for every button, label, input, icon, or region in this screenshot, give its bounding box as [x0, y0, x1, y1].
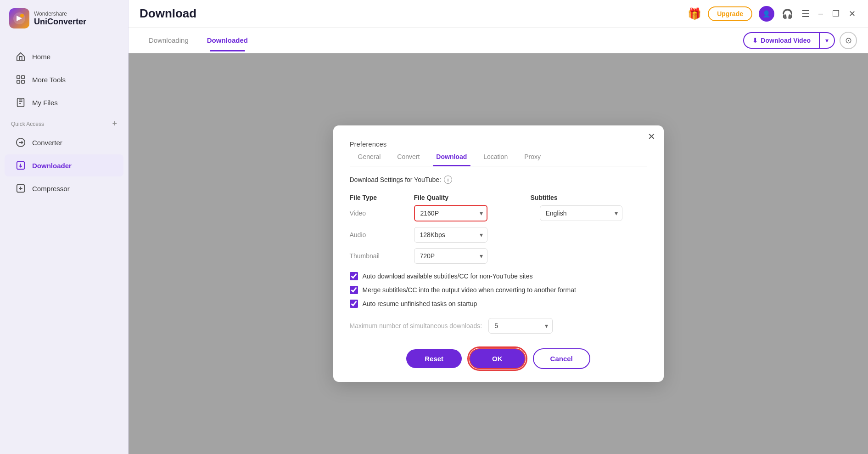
download-arrow-icon: ⬇ [752, 37, 758, 44]
logo-icon [9, 8, 29, 28]
topbar: Download 🎁 Upgrade 👤 🎧 ☰ – ❐ ✕ [129, 0, 868, 28]
audio-quality-select-wrapper: 128Kbps192Kbps256Kbps320Kbps [414, 227, 487, 243]
sidebar-item-compressor[interactable]: Compressor [5, 177, 123, 199]
preferences-modal: Preferences ✕ General Convert Download L… [333, 125, 664, 382]
sidebar-more-tools-label: More Tools [32, 76, 66, 84]
subheader-actions: ⬇ Download Video ▾ ⊙ [743, 32, 857, 49]
auto-subtitle-checkbox[interactable] [350, 272, 358, 280]
avatar[interactable]: 👤 [759, 6, 774, 22]
gift-icon[interactable]: 🎁 [688, 7, 701, 20]
tab-downloaded[interactable]: Downloaded [198, 29, 257, 51]
modal-tab-location[interactable]: Location [475, 148, 516, 166]
modal-footer: Reset OK Cancel [350, 348, 647, 369]
compress-icon [16, 183, 26, 193]
quick-access-add[interactable]: + [112, 119, 117, 129]
checkbox-auto-resume-row: Auto resume unfinished tasks on startup [350, 300, 647, 308]
svg-rect-5 [22, 80, 24, 83]
download-video-dropdown[interactable]: ▾ [819, 33, 834, 48]
file-quality-header: File Quality [414, 194, 531, 201]
sidebar-downloader-label: Downloader [32, 162, 72, 170]
subheader: Downloading Downloaded ⬇ Download Video … [129, 28, 868, 53]
quick-access-label: Quick Access [11, 121, 44, 127]
exchange-icon [16, 137, 26, 148]
sidebar-item-converter[interactable]: Converter [5, 131, 123, 153]
thumbnail-quality-select-wrapper: 720P480P360P [414, 248, 487, 264]
modal-tabs: General Convert Download Location Proxy [350, 148, 647, 166]
close-button[interactable]: ✕ [849, 9, 856, 19]
auto-resume-label: Auto resume unfinished tasks on startup [363, 300, 477, 307]
headset-icon[interactable]: 🎧 [782, 8, 793, 19]
menu-icon[interactable]: ☰ [801, 8, 810, 19]
modal-overlay: Preferences ✕ General Convert Download L… [129, 53, 868, 454]
modal-tab-convert[interactable]: Convert [389, 148, 428, 166]
nav-items: Home More Tools My Files Quick Access + … [0, 37, 128, 454]
logo-text: Wondershare UniConverter [34, 11, 86, 27]
modal-close-button[interactable]: ✕ [648, 132, 655, 141]
auto-subtitle-label: Auto download available subtitles/CC for… [363, 272, 533, 280]
sidebar-compressor-label: Compressor [32, 185, 70, 193]
checkbox-auto-subtitle-row: Auto download available subtitles/CC for… [350, 272, 647, 280]
logo-product: UniConverter [34, 17, 86, 27]
grid-icon [16, 74, 26, 85]
file-type-header: File Type [350, 194, 414, 201]
merge-subtitle-label: Merge subtitles/CC into the output video… [363, 286, 576, 294]
app-logo: Wondershare UniConverter [0, 0, 128, 37]
auto-resume-checkbox[interactable] [350, 300, 358, 308]
topbar-right: 🎁 Upgrade 👤 🎧 ☰ – ❐ ✕ [688, 6, 857, 22]
cancel-button[interactable]: Cancel [533, 348, 590, 369]
simultaneous-row: Maximum number of simultaneous downloads… [350, 318, 647, 334]
download-sidebar-icon [16, 160, 26, 170]
sidebar-converter-label: Converter [32, 139, 62, 147]
col-headers: File Type File Quality Subtitles [350, 194, 647, 201]
main-content: Download 🎁 Upgrade 👤 🎧 ☰ – ❐ ✕ Downloadi… [129, 0, 868, 454]
upgrade-button[interactable]: Upgrade [708, 6, 752, 21]
download-video-button[interactable]: ⬇ Download Video ▾ [743, 32, 835, 49]
svg-point-1 [20, 14, 24, 17]
svg-rect-3 [22, 76, 24, 79]
checkboxes-area: Auto download available subtitles/CC for… [350, 272, 647, 308]
tab-downloading[interactable]: Downloading [140, 29, 198, 51]
audio-label: Audio [350, 231, 414, 238]
page-title: Download [140, 6, 196, 21]
topbar-left: Download [140, 6, 196, 21]
sidebar-item-more-tools[interactable]: More Tools [5, 68, 123, 91]
quick-access-section: Quick Access + [0, 114, 128, 131]
download-video-main[interactable]: ⬇ Download Video [744, 33, 819, 48]
sidebar-item-home[interactable]: Home [5, 45, 123, 68]
thumbnail-label: Thumbnail [350, 252, 414, 260]
ok-button[interactable]: OK [469, 348, 526, 369]
minimize-button[interactable]: – [818, 9, 823, 18]
modal-tab-general[interactable]: General [350, 148, 389, 166]
sidebar-my-files-label: My Files [32, 99, 58, 107]
subtitles-header: Subtitles [531, 194, 647, 201]
settings-description: Download Settings for YouTube: i [350, 176, 647, 184]
thumbnail-quality-select[interactable]: 720P480P360P [414, 248, 487, 264]
sidebar-home-label: Home [32, 53, 50, 61]
subtitle-select-wrapper: EnglishNoneAuto [540, 205, 622, 221]
settings-icon-button[interactable]: ⊙ [840, 32, 857, 49]
simultaneous-downloads-select[interactable]: 12345678 [488, 318, 553, 334]
file-icon [16, 97, 26, 108]
shield-icon: ⊙ [845, 35, 852, 45]
maximize-button[interactable]: ❐ [832, 9, 840, 19]
sub-tabs: Downloading Downloaded [140, 29, 257, 51]
content-area: Download dio, or thumbnail files. ▶ Log … [129, 53, 868, 454]
sidebar-item-my-files[interactable]: My Files [5, 91, 123, 114]
svg-rect-2 [17, 76, 20, 79]
modal-tab-download[interactable]: Download [428, 148, 475, 166]
sidebar: Wondershare UniConverter Home More Tools… [0, 0, 129, 454]
simultaneous-select-wrapper: 12345678 [488, 318, 553, 334]
audio-quality-select[interactable]: 128Kbps192Kbps256Kbps320Kbps [414, 227, 487, 243]
svg-rect-6 [17, 98, 24, 107]
sidebar-item-downloader[interactable]: Downloader [5, 154, 123, 176]
svg-rect-4 [17, 80, 20, 83]
home-icon [16, 51, 26, 62]
reset-button[interactable]: Reset [406, 349, 462, 368]
simultaneous-label: Maximum number of simultaneous downloads… [350, 322, 482, 329]
merge-subtitle-checkbox[interactable] [350, 286, 358, 294]
logo-brand: Wondershare [34, 11, 86, 17]
video-quality-select[interactable]: 2160P1080P720P480P360P [414, 205, 487, 221]
modal-tab-proxy[interactable]: Proxy [516, 148, 549, 166]
subtitle-select[interactable]: EnglishNoneAuto [540, 205, 622, 221]
video-label: Video [350, 210, 414, 217]
